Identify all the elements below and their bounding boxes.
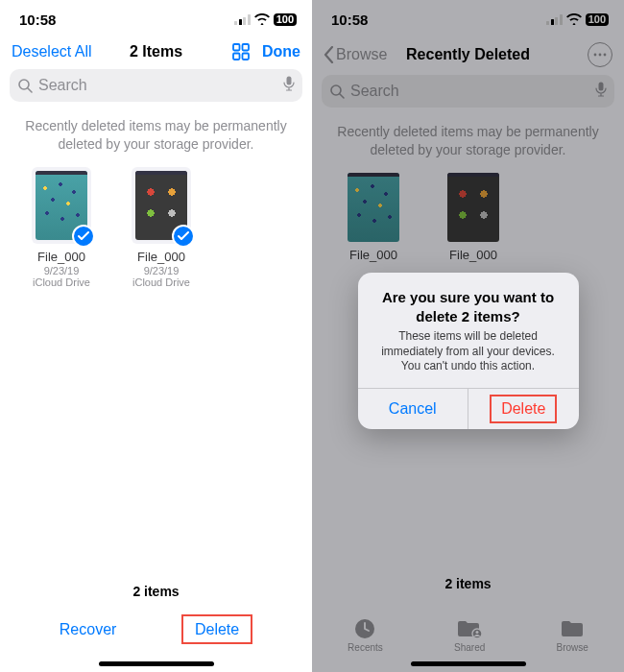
status-icons: 100 (234, 13, 297, 26)
grid-view-icon[interactable] (231, 42, 251, 61)
file-location: iCloud Drive (132, 276, 190, 288)
selection-check-icon (172, 225, 195, 248)
file-date: 9/23/19 (44, 265, 80, 276)
home-indicator[interactable] (99, 661, 214, 666)
search-input[interactable] (38, 77, 277, 94)
file-name: File_000 (37, 250, 85, 264)
alert-message: These items will be deleted immediately … (372, 329, 565, 374)
screen-selection-mode: 10:58 100 Deselect All 2 Items Done Rece… (0, 0, 312, 672)
delete-button[interactable]: Delete (181, 621, 252, 638)
svg-rect-2 (233, 54, 240, 60)
svg-rect-6 (287, 77, 292, 85)
svg-rect-1 (243, 44, 250, 51)
done-button[interactable]: Done (262, 43, 300, 60)
file-date: 9/23/19 (144, 265, 180, 276)
status-bar: 10:58 100 (0, 0, 312, 38)
file-name: File_000 (137, 250, 185, 264)
alert-title: Are you sure you want to delete 2 items? (372, 288, 565, 325)
svg-rect-0 (233, 44, 240, 51)
file-item[interactable]: File_000 9/23/19 iCloud Drive (123, 167, 200, 288)
selection-check-icon (72, 225, 95, 248)
file-item[interactable]: File_000 9/23/19 iCloud Drive (23, 167, 100, 288)
navigation-bar: Deselect All 2 Items Done (0, 38, 312, 69)
info-text: Recently deleted items may be permanentl… (0, 111, 312, 167)
cell-signal-icon (234, 14, 251, 25)
item-count: 2 items (0, 584, 312, 599)
battery-icon: 100 (274, 13, 297, 26)
alert-delete-button[interactable]: Delete (468, 389, 579, 429)
recover-button[interactable]: Recover (60, 621, 117, 638)
screen-confirm-dialog: 10:58 100 Browse Recently Deleted Recent… (312, 0, 624, 672)
bottom-toolbar: Recover Delete (0, 609, 312, 651)
search-bar[interactable] (10, 69, 302, 102)
file-grid: File_000 9/23/19 iCloud Drive File_000 9… (0, 167, 312, 288)
svg-rect-3 (243, 54, 250, 60)
wifi-icon (254, 13, 270, 25)
file-location: iCloud Drive (33, 276, 90, 288)
alert-cancel-button[interactable]: Cancel (358, 389, 469, 429)
deselect-all-button[interactable]: Deselect All (12, 43, 92, 60)
mic-icon[interactable] (283, 76, 295, 95)
svg-line-5 (28, 88, 32, 92)
status-time: 10:58 (19, 12, 56, 28)
search-icon (17, 78, 33, 93)
confirm-delete-alert: Are you sure you want to delete 2 items?… (358, 273, 579, 429)
